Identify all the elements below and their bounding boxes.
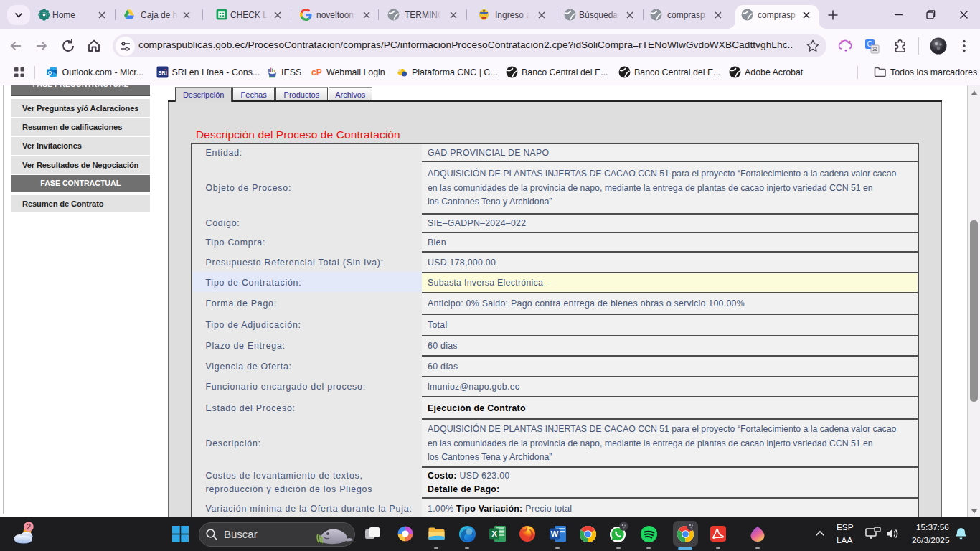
svg-text:2: 2 [27, 522, 31, 531]
svg-text:cP: cP [311, 67, 322, 77]
svg-text:O: O [48, 70, 52, 76]
svg-text:X: X [491, 529, 497, 538]
svg-text:W: W [551, 529, 559, 538]
